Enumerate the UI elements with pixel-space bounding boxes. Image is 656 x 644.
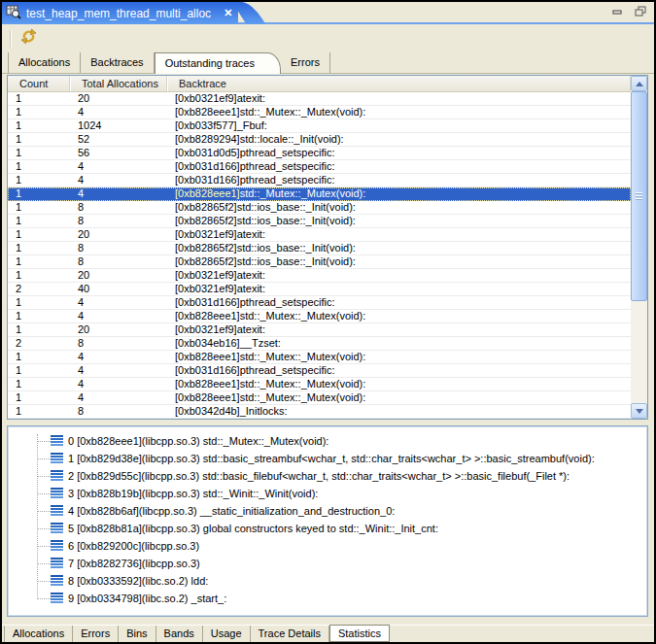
table-row[interactable]: 18[0xb82865f2]std::ios_base::_Init(void)… [8,201,631,215]
table-cell: 1 [8,92,70,105]
backtrace-frame-label: 8 [0xb0333592](libc.so.2) ldd: [68,575,208,587]
tab-errors[interactable]: Errors [281,52,330,73]
table-row[interactable]: 14[0xb828eee1]std::_Mutex::_Mutex(void): [8,391,631,405]
table-row[interactable]: 14[0xb828eee1]std::_Mutex::_Mutex(void): [8,187,631,201]
backtrace-frame-item[interactable]: 2 [0xb829d55c](libcpp.so.3) std::basic_f… [8,467,647,485]
scroll-down-button[interactable] [631,403,647,419]
backtrace-function: std::_Mutex::_Mutex(void): [240,378,366,390]
backtrace-address: [0xb82865f2] [175,242,237,254]
backtrace-address: [0xb828eee1] [175,391,240,403]
table-row[interactable]: 156[0xb031d0d5]pthread_setspecific: [8,147,631,160]
table-cell: 4 [70,391,167,404]
table-row[interactable]: 14[0xb031d166]pthread_setspecific: [8,364,631,378]
tab-curve-decoration [232,2,265,24]
stack-frame-icon [51,505,63,519]
table-row[interactable]: 14[0xb828eee1]std::_Mutex::_Mutex(void): [8,351,631,364]
table-row[interactable]: 240[0xb0321ef9]atexit: [8,283,631,296]
backtrace-function: _Initlocks: [240,405,288,417]
table-row[interactable]: 18[0xb82865f2]std::ios_base::_Init(void)… [8,255,631,269]
scrollbar-thumb[interactable] [631,91,647,301]
backtrace-frame-item[interactable]: 9 [0xb0334798](libc.so.2) _start_: [8,590,647,607]
table-cell: 1 [8,296,70,309]
backtrace-address: [0xb828eee1] [175,106,240,118]
tab-outstanding-traces[interactable]: Outstanding traces [155,52,281,74]
backtrace-function: std::ios_base::_Init(void): [237,242,356,254]
table-row[interactable]: 14[0xb828eee1]std::_Mutex::_Mutex(void): [8,310,631,323]
table-cell: [0xb828eee1]std::_Mutex::_Mutex(void): [167,351,631,363]
backtrace-function: _Fbuf: [237,119,267,131]
table-row[interactable]: 120[0xb0321ef9]atexit: [8,323,631,337]
tab-bottom-allocations[interactable]: Allocations [4,626,73,642]
backtrace-function: pthread_setspecific: [240,147,335,158]
table-cell: [0xb828eee1]std::_Mutex::_Mutex(void): [167,391,631,404]
table-row[interactable]: 11024[0xb033f577]_Fbuf: [8,119,631,133]
table-row[interactable]: 18[0xb82865f2]std::ios_base::_Init(void)… [8,242,631,255]
table-row[interactable]: 18[0xb0342d4b]_Initlocks: [8,405,631,419]
backtrace-frame-item[interactable]: 8 [0xb0333592](libc.so.2) ldd: [8,572,647,590]
vertical-scrollbar[interactable] [631,76,647,419]
tree-branch-line [37,581,51,582]
table-row[interactable]: 120[0xb0321ef9]atexit: [8,228,631,242]
table-row[interactable]: 14[0xb031d166]pthread_setspecific: [8,296,631,310]
scrollbar-track[interactable] [631,91,647,403]
tab-backtraces[interactable]: Backtraces [81,52,154,73]
table-row[interactable]: 28[0xb034eb16]__Tzset: [8,337,631,351]
refresh-button[interactable] [17,28,39,50]
table-cell: [0xb031d166]pthread_setspecific: [167,160,631,173]
stack-frame-icon [51,523,63,536]
backtrace-function: std::ios_base::_Init(void): [237,255,356,267]
table-body: 120[0xb0321ef9]atexit:14[0xb828eee1]std:… [8,92,631,419]
backtrace-frame-item[interactable]: 1 [0xb829d38e](libcpp.so.3) std::basic_s… [8,450,647,467]
table-row[interactable]: 14[0xb828eee1]std::_Mutex::_Mutex(void): [8,378,631,391]
close-icon[interactable]: ✕ [224,7,232,19]
toolbar-groove [10,30,12,48]
table-cell: [0xb82865f2]std::ios_base::_Init(void): [167,242,631,254]
table-cell: 1 [8,378,70,390]
backtrace-frame-item[interactable]: 5 [0xb828b81a](libcpp.so.3) global const… [8,520,647,537]
tab-bottom-statistics[interactable]: Statistics [329,625,390,642]
table-row[interactable]: 14[0xb828eee1]std::_Mutex::_Mutex(void): [8,106,631,119]
table-row[interactable]: 152[0xb8289294]std::locale::_Init(void): [8,133,631,147]
arrow-down-icon [636,409,643,414]
restore-icon[interactable] [635,6,646,17]
table-cell: 4 [70,187,167,200]
column-header-total-allocations[interactable]: Total Allocations [70,76,167,91]
tab-allocations[interactable]: Allocations [8,52,81,73]
scroll-up-button[interactable] [631,76,647,91]
minimize-icon[interactable] [612,6,623,17]
backtrace-tree: 0 [0xb828eee1](libcpp.so.3) std::_Mutex:… [8,426,647,607]
backtrace-frame-item[interactable]: 3 [0xb828b19b](libcpp.so.3) std::_Winit:… [8,485,647,502]
tab-bottom-usage[interactable]: Usage [203,626,251,642]
tree-branch-line [37,493,51,494]
backtrace-frame-item[interactable]: 6 [0xb829200c](libcpp.so.3) [8,537,647,555]
view-title-tab[interactable]: test_heap_mem_thread_multi_alloc ✕ [2,2,238,24]
backtrace-frame-item[interactable]: 7 [0xb8282736](libcpp.so.3) [8,555,647,572]
backtrace-address: [0xb031d0d5] [175,147,240,158]
table-row[interactable]: 14[0xb031d166]pthread_setspecific: [8,174,631,187]
backtrace-function: std::locale::_Init(void): [240,133,344,145]
column-header-count[interactable]: Count [8,76,70,91]
table-row[interactable]: 14[0xb031d166]pthread_setspecific: [8,160,631,174]
tab-bottom-bands[interactable]: Bands [156,626,203,642]
table-cell: [0xb0321ef9]atexit: [167,283,631,295]
tree-branch-line [37,476,51,477]
tab-bottom-bins[interactable]: Bins [119,626,155,642]
backtrace-function: pthread_setspecific: [240,296,335,308]
table-cell: 1 [8,391,70,404]
table-cell: [0xb828eee1]std::_Mutex::_Mutex(void): [167,310,631,322]
table-row[interactable]: 120[0xb0321ef9]atexit: [8,92,631,106]
backtrace-function: atexit: [237,283,265,294]
backtrace-frame-item[interactable]: 4 [0xb828b6af](libcpp.so.3) __static_ini… [8,502,647,520]
table-cell: 1 [8,133,70,146]
backtrace-function: atexit: [237,92,265,104]
backtrace-function: std::_Mutex::_Mutex(void): [240,106,366,118]
backtrace-address: [0xb8289294] [175,133,240,145]
table-row[interactable]: 18[0xb82865f2]std::ios_base::_Init(void)… [8,215,631,228]
table-row[interactable]: 120[0xb0321ef9]atexit: [8,269,631,283]
backtrace-address: [0xb828eee1] [175,310,240,322]
column-header-backtrace[interactable]: Backtrace [167,76,631,91]
table-cell: 4 [70,296,167,309]
tab-bottom-trace-details[interactable]: Trace Details [251,626,329,642]
tab-bottom-errors[interactable]: Errors [73,626,119,642]
backtrace-frame-item[interactable]: 0 [0xb828eee1](libcpp.so.3) std::_Mutex:… [8,432,647,450]
